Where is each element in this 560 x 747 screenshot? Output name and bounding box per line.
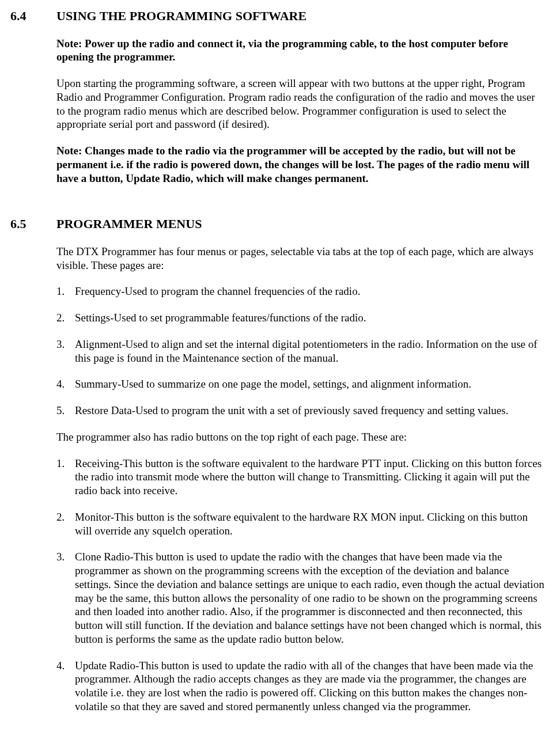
list-text: Restore Data-Used to program the unit wi… xyxy=(75,404,546,418)
list-item: 3. Clone Radio-This button is used to up… xyxy=(56,550,546,646)
list-item: 3. Alignment-Used to align and set the i… xyxy=(56,338,546,365)
list-marker: 5. xyxy=(56,404,75,418)
body-paragraph: The programmer also has radio buttons on… xyxy=(56,430,546,444)
list-text: Summary-Used to summarize on one page th… xyxy=(75,377,546,391)
section-number: 6.5 xyxy=(10,216,56,232)
section-title: USING THE PROGRAMMING SOFTWARE xyxy=(56,8,307,24)
note-text: Note: Changes made to the radio via the … xyxy=(56,144,546,185)
section-number: 6.4 xyxy=(10,8,56,24)
ordered-list-pages: 1. Frequency-Used to program the channel… xyxy=(56,285,546,418)
ordered-list-buttons: 1. Receiving-This button is the software… xyxy=(56,457,546,714)
list-text: Frequency-Used to program the channel fr… xyxy=(75,285,546,298)
list-item: 1. Receiving-This button is the software… xyxy=(56,457,546,498)
list-text: Monitor-This button is the software equi… xyxy=(75,510,546,538)
list-marker: 1. xyxy=(56,457,75,471)
list-item: 5. Restore Data-Used to program the unit… xyxy=(56,404,546,418)
list-marker: 2. xyxy=(56,311,75,325)
note-text: Note: Power up the radio and connect it,… xyxy=(56,37,546,65)
section-heading-6-4: 6.4 USING THE PROGRAMMING SOFTWARE xyxy=(10,8,550,24)
list-marker: 2. xyxy=(56,510,75,524)
list-marker: 3. xyxy=(56,338,75,351)
list-text: Settings-Used to set programmable featur… xyxy=(75,311,546,325)
list-item: 2. Monitor-This button is the software e… xyxy=(56,510,546,538)
list-marker: 1. xyxy=(56,285,75,298)
list-item: 1. Frequency-Used to program the channel… xyxy=(56,285,546,298)
list-item: 2. Settings-Used to set programmable fea… xyxy=(56,311,546,325)
section-title: PROGRAMMER MENUS xyxy=(56,216,202,232)
list-text: Update Radio-This button is used to upda… xyxy=(75,659,546,714)
list-text: Receiving-This button is the software eq… xyxy=(75,457,546,498)
list-marker: 4. xyxy=(56,377,75,391)
section-heading-6-5: 6.5 PROGRAMMER MENUS xyxy=(10,216,550,232)
list-text: Clone Radio-This button is used to updat… xyxy=(75,550,546,646)
list-marker: 3. xyxy=(56,550,75,564)
body-paragraph: Upon starting the programming software, … xyxy=(56,77,546,131)
body-paragraph: The DTX Programmer has four menus or pag… xyxy=(56,245,546,272)
list-item: 4. Update Radio-This button is used to u… xyxy=(56,659,546,714)
list-item: 4. Summary-Used to summarize on one page… xyxy=(56,377,546,391)
list-text: Alignment-Used to align and set the inte… xyxy=(75,338,546,365)
list-marker: 4. xyxy=(56,659,75,673)
